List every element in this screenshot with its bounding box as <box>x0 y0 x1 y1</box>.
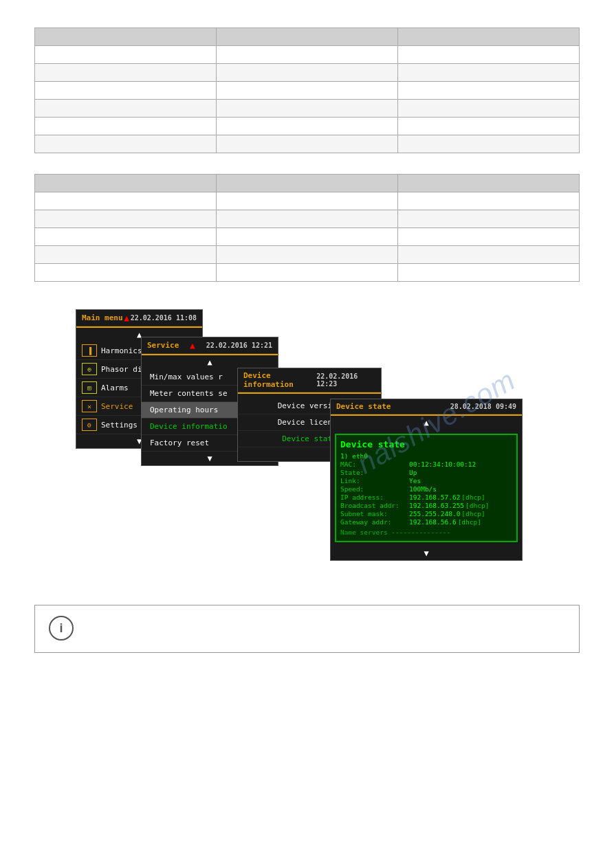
table1-cell <box>217 100 398 118</box>
table2-cell <box>217 264 398 282</box>
device-state-body: Device state 1) eth0 MAC: 00:12:34:10:00… <box>335 434 518 542</box>
alarm-icon-2: ▲ <box>190 340 195 350</box>
table-row <box>35 192 580 210</box>
table1-cell <box>217 118 398 135</box>
table2-cell <box>217 210 398 228</box>
devstate-panel-title: Device state <box>340 439 512 449</box>
devstate-title: Device state <box>336 402 391 411</box>
table-row <box>35 118 580 135</box>
device-state-screen: Device state 28.02.2018 09:49 ▲ Device s… <box>330 399 523 561</box>
menu-item-service-label: Service <box>101 402 133 411</box>
info-box: i <box>34 605 580 653</box>
screenshot-section: nalshive.com Main menu ▲ 22.02.2016 11:0… <box>34 302 580 584</box>
devstate-link-line: Link: Yes <box>340 477 512 485</box>
table2-cell <box>35 264 217 282</box>
devinfo-timestamp: 22.02.2016 12:23 <box>316 372 375 388</box>
devstate-ip-tag: [dhcp] <box>461 493 485 501</box>
devstate-link-value: Yes <box>409 477 421 485</box>
table-1 <box>34 27 580 153</box>
devstate-subnet-line: Subnet mask: 255.255.248.0 [dhcp] <box>340 510 512 518</box>
devstate-broadcast-label: Broadcast addr: <box>340 502 409 509</box>
devstate-mac-value: 00:12:34:10:00:12 <box>409 460 476 468</box>
devstate-ip-line: IP address: 192.168.57.62 [dhcp] <box>340 493 512 501</box>
devstate-broadcast-tag: [dhcp] <box>465 502 489 509</box>
devstate-broadcast-value: 192.168.63.255 <box>409 502 464 509</box>
table-row <box>35 64 580 82</box>
devstate-state-line: State: Up <box>340 469 512 476</box>
table1-cell <box>398 100 580 118</box>
menu-item-alarms-label: Alarms <box>101 383 129 392</box>
devstate-gateway-label: Gateway addr: <box>340 518 409 526</box>
table1-cell <box>35 118 217 135</box>
devstate-interface-line: 1) eth0 <box>340 452 512 460</box>
table-row <box>35 46 580 64</box>
devstate-interface: 1) eth0 <box>340 452 368 460</box>
service-ophours-label: Operating hours <box>150 405 218 414</box>
table1-cell <box>217 135 398 153</box>
table2-cell <box>398 246 580 264</box>
table1-header-2 <box>217 28 398 46</box>
table2-cell <box>35 192 217 210</box>
service-meter-label: Meter contents se <box>150 389 228 398</box>
table-section-2 <box>34 174 580 282</box>
table2-cell <box>398 228 580 246</box>
devstate-speed-line: Speed: 100Mb/s <box>340 485 512 493</box>
table2-header-1 <box>35 175 217 192</box>
table1-cell <box>35 64 217 82</box>
table1-cell <box>398 64 580 82</box>
service-minmax-label: Min/max values r <box>150 372 223 381</box>
devstate-mac-line: MAC: 00:12:34:10:00:12 <box>340 460 512 468</box>
devstate-gateway-tag: [dhcp] <box>458 518 481 526</box>
table2-cell <box>398 264 580 282</box>
info-icon: i <box>49 616 74 641</box>
main-menu-timestamp: 22.02.2016 11:08 <box>131 314 197 322</box>
devstate-scroll-down[interactable]: ▼ <box>331 546 522 560</box>
devstate-mac-label: MAC: <box>340 460 409 468</box>
devstate-nameservers-label: Name servers --------------- <box>340 528 450 536</box>
service-scroll-up[interactable]: ▲ <box>142 355 278 369</box>
devstate-broadcast-line: Broadcast addr: 192.168.63.255 [dhcp] <box>340 502 512 509</box>
service-icon: ✕ <box>82 400 97 412</box>
table-row <box>35 82 580 100</box>
devstate-header: Device state 28.02.2018 09:49 <box>331 399 522 414</box>
alarm-icon: ▲ <box>124 313 129 323</box>
phasor-icon: ⊕ <box>82 363 97 375</box>
harmonics-icon: ▐ <box>82 344 97 357</box>
table1-cell <box>35 46 217 64</box>
devstate-gateway-value: 192.168.56.6 <box>409 518 457 526</box>
main-menu-header: Main menu ▲ 22.02.2016 11:08 <box>76 310 202 326</box>
devstate-link-label: Link: <box>340 477 409 485</box>
table2-cell <box>35 246 217 264</box>
table-row <box>35 264 580 282</box>
devinfo-state-label: Device state <box>282 434 336 443</box>
table2-cell <box>35 228 217 246</box>
devstate-subnet-value: 255.255.248.0 <box>409 510 460 518</box>
table1-cell <box>35 100 217 118</box>
devstate-subnet-tag: [dhcp] <box>461 510 485 518</box>
devstate-nameservers-line: Name servers --------------- <box>340 528 512 536</box>
devstate-state-label: State: <box>340 469 409 476</box>
table1-cell <box>35 135 217 153</box>
service-devinfo-label: Device informatio <box>150 422 228 431</box>
alarms-icon: ⊞ <box>82 381 97 394</box>
settings-icon: ⚙ <box>82 419 97 431</box>
devstate-speed-value: 100Mb/s <box>409 485 437 493</box>
table1-header-3 <box>398 28 580 46</box>
table-row <box>35 228 580 246</box>
devinfo-header: Device information 22.02.2016 12:23 <box>238 368 381 392</box>
table-row <box>35 246 580 264</box>
table2-cell <box>35 210 217 228</box>
table1-cell <box>217 64 398 82</box>
table2-cell <box>217 246 398 264</box>
table1-cell <box>217 82 398 100</box>
devstate-gateway-line: Gateway addr: 192.168.56.6 [dhcp] <box>340 518 512 526</box>
devstate-scroll-up[interactable]: ▲ <box>331 416 522 430</box>
devstate-timestamp: 28.02.2018 09:49 <box>450 403 516 410</box>
table-section-1 <box>34 27 580 153</box>
page-wrapper: nalshive.com Main menu ▲ 22.02.2016 11:0… <box>0 0 614 680</box>
service-header: Service ▲ 22.02.2016 12:21 <box>142 337 278 354</box>
table2-cell <box>398 192 580 210</box>
devstate-subnet-label: Subnet mask: <box>340 510 409 518</box>
service-title: Service <box>147 341 179 350</box>
table1-cell <box>398 135 580 153</box>
